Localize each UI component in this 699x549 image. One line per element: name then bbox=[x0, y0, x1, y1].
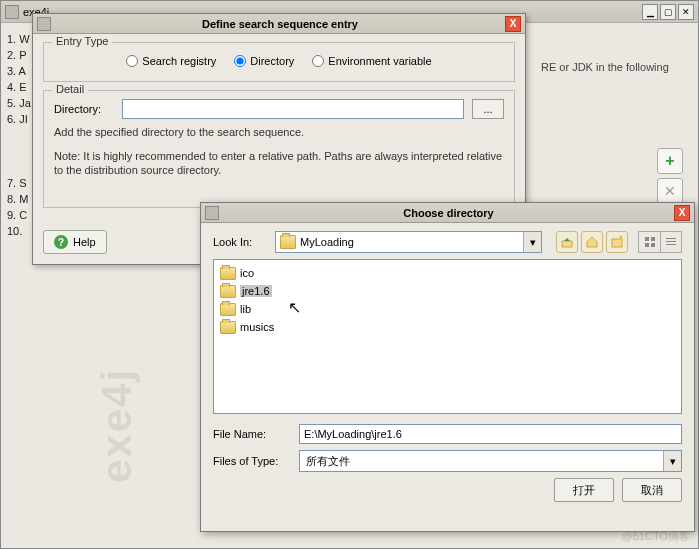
chevron-down-icon[interactable]: ▾ bbox=[663, 451, 681, 471]
choose-directory-dialog: Choose directory X Look In: MyLoading ▾ … bbox=[200, 202, 695, 532]
list-item[interactable]: ico bbox=[218, 264, 677, 282]
svg-rect-0 bbox=[612, 239, 622, 247]
app-icon bbox=[5, 5, 19, 19]
filetype-value: 所有文件 bbox=[300, 454, 663, 469]
dlg1-titlebar: Define search sequence entry X bbox=[33, 14, 525, 34]
svg-rect-1 bbox=[645, 237, 649, 241]
folder-icon bbox=[220, 321, 236, 334]
cancel-button[interactable]: 取消 bbox=[622, 478, 682, 502]
help-button[interactable]: ? Help bbox=[43, 230, 107, 254]
list-view-button[interactable] bbox=[638, 231, 660, 253]
entry-type-legend: Entry Type bbox=[52, 35, 112, 47]
directory-label: Directory: bbox=[54, 103, 114, 115]
chevron-down-icon[interactable]: ▾ bbox=[523, 232, 541, 252]
detail-legend: Detail bbox=[52, 83, 88, 95]
detail-view-button[interactable] bbox=[660, 231, 682, 253]
app-icon bbox=[37, 17, 51, 31]
svg-rect-5 bbox=[666, 238, 676, 239]
detail-msg: Add the specified directory to the searc… bbox=[54, 125, 504, 139]
directory-input[interactable] bbox=[122, 99, 464, 119]
lookin-combo[interactable]: MyLoading ▾ bbox=[275, 231, 542, 253]
radio-directory[interactable]: Directory bbox=[234, 55, 294, 67]
side-buttons: + ✕ bbox=[657, 148, 683, 208]
help-icon: ? bbox=[54, 235, 68, 249]
svg-rect-7 bbox=[666, 244, 676, 245]
svg-rect-4 bbox=[651, 243, 655, 247]
minimize-icon[interactable]: ▁ bbox=[642, 4, 658, 20]
dlg2-titlebar: Choose directory X bbox=[201, 203, 694, 223]
radio-registry[interactable]: Search registry bbox=[126, 55, 216, 67]
close-icon[interactable]: X bbox=[505, 16, 521, 32]
open-button[interactable]: 打开 bbox=[554, 478, 614, 502]
add-button[interactable]: + bbox=[657, 148, 683, 174]
step-list: 1. W 2. P 3. A 4. E 5. Ja 6. JI 7. S 8. … bbox=[7, 31, 31, 239]
bg-hint-text: RE or JDK in the following bbox=[541, 61, 669, 73]
app-icon bbox=[205, 206, 219, 220]
watermark: exe4j bbox=[93, 368, 141, 483]
folder-icon bbox=[280, 235, 296, 249]
detail-group: Detail Directory: ... Add the specified … bbox=[43, 90, 515, 208]
remove-button[interactable]: ✕ bbox=[657, 178, 683, 204]
home-button[interactable] bbox=[581, 231, 603, 253]
list-item[interactable]: jre1.6 bbox=[218, 282, 677, 300]
file-list[interactable]: ico jre1.6 lib musics bbox=[213, 259, 682, 414]
radio-env[interactable]: Environment variable bbox=[312, 55, 431, 67]
filename-label: File Name: bbox=[213, 428, 293, 440]
svg-rect-3 bbox=[645, 243, 649, 247]
filetype-combo[interactable]: 所有文件 ▾ bbox=[299, 450, 682, 472]
entry-type-group: Entry Type Search registry Directory Env… bbox=[43, 42, 515, 82]
folder-icon bbox=[220, 267, 236, 280]
svg-rect-2 bbox=[651, 237, 655, 241]
up-folder-button[interactable] bbox=[556, 231, 578, 253]
dlg1-title: Define search sequence entry bbox=[55, 18, 505, 30]
folder-icon bbox=[220, 303, 236, 316]
folder-icon bbox=[220, 285, 236, 298]
browse-button[interactable]: ... bbox=[472, 99, 504, 119]
svg-rect-6 bbox=[666, 241, 676, 242]
new-folder-button[interactable] bbox=[606, 231, 628, 253]
lookin-value: MyLoading bbox=[300, 236, 523, 248]
lookin-label: Look In: bbox=[213, 236, 269, 248]
list-item[interactable]: lib bbox=[218, 300, 677, 318]
list-item[interactable]: musics bbox=[218, 318, 677, 336]
detail-note: Note: It is highly recommended to enter … bbox=[54, 149, 504, 177]
filename-input[interactable] bbox=[299, 424, 682, 444]
close-icon[interactable]: ✕ bbox=[678, 4, 694, 20]
maximize-icon[interactable]: ▢ bbox=[660, 4, 676, 20]
close-icon[interactable]: X bbox=[674, 205, 690, 221]
dlg2-title: Choose directory bbox=[223, 207, 674, 219]
filetype-label: Files of Type: bbox=[213, 455, 293, 467]
